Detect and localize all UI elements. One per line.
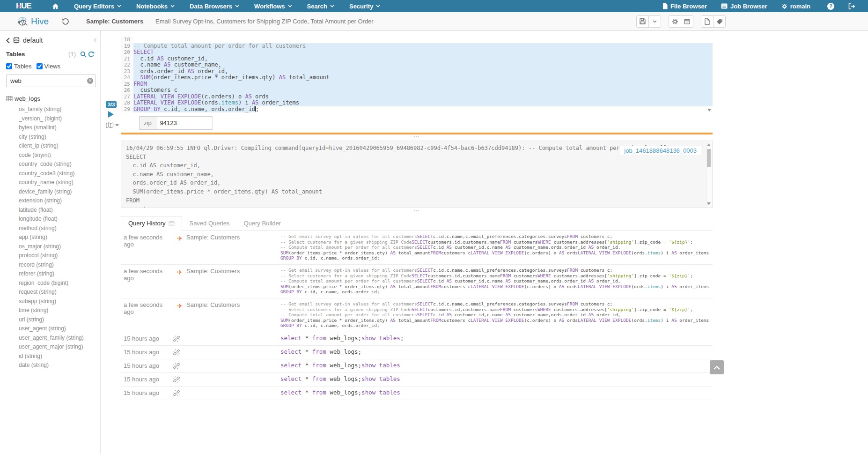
column-item[interactable]: user_agent_major (string) bbox=[6, 342, 100, 352]
gears-icon bbox=[781, 3, 787, 9]
column-item[interactable]: latitude (float) bbox=[6, 206, 100, 215]
database-name[interactable]: default bbox=[23, 37, 43, 44]
tables-checkbox[interactable]: Tables bbox=[6, 63, 32, 70]
column-item[interactable]: code (tinyint) bbox=[6, 151, 100, 160]
editor-scroll-down-icon[interactable] bbox=[707, 109, 711, 112]
column-item[interactable]: id (string) bbox=[6, 352, 100, 361]
column-list: os_family (string)_version_ (bigint)byte… bbox=[6, 105, 100, 370]
column-item[interactable]: longitude (float) bbox=[6, 215, 100, 224]
scroll-down-icon[interactable] bbox=[707, 202, 711, 205]
navigator-map-button[interactable] bbox=[106, 122, 119, 128]
menu-data-browsers[interactable]: Data Browsers bbox=[190, 3, 239, 10]
menu-query-editors[interactable]: Query Editors bbox=[74, 3, 121, 10]
log-resize-handle[interactable]: ■■■ bbox=[414, 135, 420, 138]
tables-label: Tables bbox=[6, 51, 25, 58]
clear-search-icon[interactable]: ✕ bbox=[87, 78, 93, 84]
save-button[interactable] bbox=[636, 15, 649, 28]
column-item[interactable]: record (string) bbox=[6, 260, 100, 270]
schedule-button[interactable] bbox=[681, 15, 693, 28]
editor-line: 27LATERAL VIEW EXPLODE(c.orders) o AS or… bbox=[121, 94, 713, 100]
column-item[interactable]: subapp (string) bbox=[6, 297, 100, 306]
sidebar-collapse-icon[interactable] bbox=[94, 37, 97, 43]
log-line: FROM bbox=[126, 196, 701, 205]
refresh-icon[interactable] bbox=[88, 51, 95, 58]
table-search-input[interactable] bbox=[6, 74, 96, 87]
history-row[interactable]: 15 hours ago select * from web_logs; bbox=[121, 346, 713, 359]
history-row[interactable]: 15 hours ago select * from web_logs;show… bbox=[121, 332, 713, 346]
hive-brand[interactable]: Hive bbox=[17, 16, 49, 27]
save-dropdown-button[interactable] bbox=[648, 15, 661, 28]
query-log-panel[interactable]: 16/04/29 06:59:55 INFO ql.Driver: Compil… bbox=[121, 141, 713, 208]
column-item[interactable]: extension (string) bbox=[6, 196, 100, 206]
help-icon[interactable]: ? bbox=[827, 3, 834, 10]
column-item[interactable]: country_code3 (string) bbox=[6, 169, 100, 179]
tab-query-builder[interactable]: Query Builder bbox=[236, 216, 287, 231]
tags-button[interactable] bbox=[713, 15, 726, 28]
column-item[interactable]: region_code (bigint) bbox=[6, 279, 100, 288]
column-item[interactable]: os_major (string) bbox=[6, 242, 100, 252]
tab-query-history[interactable]: Query History bbox=[121, 216, 182, 231]
menu-search[interactable]: Search bbox=[307, 3, 334, 10]
log-line: 16/04/29 06:59:55 INFO ql.Driver: Compil… bbox=[126, 144, 701, 153]
menu-security[interactable]: Security bbox=[349, 3, 380, 10]
table-search-box: ✕ bbox=[6, 74, 96, 87]
history-row[interactable]: a few seconds ago✈Sample: Customers-- Ge… bbox=[121, 298, 713, 332]
column-item[interactable]: client_ip (string) bbox=[6, 141, 100, 151]
query-history-icon[interactable] bbox=[62, 18, 69, 25]
column-item[interactable]: date (string) bbox=[6, 361, 100, 370]
menu-notebooks[interactable]: Notebooks bbox=[136, 3, 175, 10]
hue-logo[interactable]: HUE bbox=[16, 1, 31, 11]
history-row[interactable]: 15 hours ago select * from web_logs;show… bbox=[121, 387, 713, 400]
scroll-up-icon[interactable] bbox=[707, 143, 711, 146]
column-item[interactable]: protocol (string) bbox=[6, 251, 100, 260]
column-item[interactable]: user_agent_family (string) bbox=[6, 334, 100, 343]
views-checkbox-input[interactable] bbox=[37, 63, 43, 69]
table-item-web-logs[interactable]: web_logs bbox=[6, 95, 100, 102]
scrollbar-thumb[interactable] bbox=[707, 149, 711, 167]
menu-workflows[interactable]: Workflows bbox=[254, 3, 292, 10]
column-item[interactable]: time (string) bbox=[6, 306, 100, 315]
query-description: Email Survey Opt-Ins, Customers for Ship… bbox=[155, 18, 374, 25]
log-scrollbar[interactable] bbox=[706, 141, 712, 207]
tab-saved-queries[interactable]: Saved Queries bbox=[182, 216, 236, 231]
job-browser-link[interactable]: Job Browser bbox=[721, 3, 767, 10]
column-item[interactable]: _version_ (bigint) bbox=[6, 114, 100, 124]
variable-zip-input[interactable] bbox=[156, 116, 213, 130]
home-icon[interactable] bbox=[52, 3, 59, 9]
unlink-icon bbox=[173, 390, 180, 396]
column-item[interactable]: app (string) bbox=[6, 233, 100, 242]
column-item[interactable]: user_agent (string) bbox=[6, 324, 100, 334]
settings-button[interactable] bbox=[669, 15, 681, 28]
search-icon[interactable] bbox=[80, 51, 87, 58]
views-checkbox[interactable]: Views bbox=[37, 63, 60, 70]
tables-checkbox-input[interactable] bbox=[6, 63, 12, 69]
logout-icon[interactable] bbox=[848, 3, 855, 9]
chevron-down-icon bbox=[330, 5, 334, 7]
history-row[interactable]: 15 hours ago select * from web_logs;show… bbox=[121, 359, 713, 373]
history-query-name: Sample: Customers bbox=[186, 268, 280, 275]
column-item[interactable]: request (string) bbox=[6, 288, 100, 297]
column-item[interactable]: bytes (smallint) bbox=[6, 123, 100, 133]
sql-editor[interactable]: 1819-- Compute total amount per order fo… bbox=[121, 37, 713, 113]
user-menu[interactable]: romain bbox=[781, 3, 813, 10]
column-item[interactable]: device_family (string) bbox=[6, 187, 100, 197]
scroll-to-top-button[interactable] bbox=[710, 360, 724, 374]
column-item[interactable]: country_name (string) bbox=[6, 178, 100, 187]
column-item[interactable]: city (string) bbox=[6, 133, 100, 142]
column-item[interactable]: referer (string) bbox=[6, 269, 100, 279]
editor-line: 18 bbox=[121, 37, 713, 43]
history-resize-handle[interactable]: ■■■ bbox=[414, 209, 420, 212]
file-browser-link[interactable]: File Browser bbox=[662, 3, 707, 10]
job-link[interactable]: job_1461888648136_0003 bbox=[620, 146, 701, 155]
history-row[interactable]: a few seconds ago✈Sample: Customers-- Ge… bbox=[121, 265, 713, 298]
column-item[interactable]: method (string) bbox=[6, 224, 100, 233]
history-row[interactable]: a few seconds ago✈Sample: Customers-- Ge… bbox=[121, 231, 713, 265]
history-row[interactable]: 15 hours ago select * from web_logs;show… bbox=[121, 373, 713, 387]
new-document-button[interactable] bbox=[701, 15, 714, 28]
column-item[interactable]: url (string) bbox=[6, 315, 100, 325]
execute-button[interactable] bbox=[108, 111, 114, 118]
column-item[interactable]: os_family (string) bbox=[6, 105, 100, 114]
plane-icon: ✈ bbox=[177, 268, 183, 276]
back-icon[interactable] bbox=[6, 37, 10, 44]
column-item[interactable]: country_code (string) bbox=[6, 160, 100, 169]
